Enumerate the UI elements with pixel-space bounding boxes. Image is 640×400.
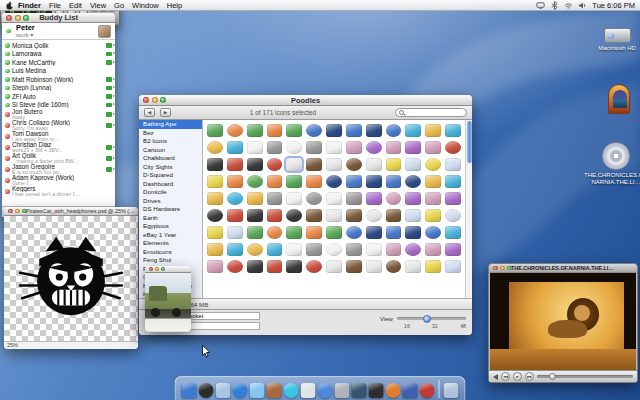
zoom-button[interactable] (160, 97, 166, 103)
icon-thumbnail[interactable] (306, 141, 322, 154)
icon-thumbnail[interactable] (247, 192, 263, 205)
icon-thumbnail[interactable] (425, 243, 441, 256)
dock-toast[interactable] (420, 383, 435, 398)
close-button[interactable] (143, 97, 149, 103)
icon-thumbnail[interactable] (267, 175, 283, 188)
icon-thumbnail[interactable] (247, 141, 263, 154)
icon-thumbnail[interactable] (306, 175, 322, 188)
buddy-row[interactable]: Kane McCarthy (2, 58, 115, 67)
dock-itunes[interactable] (284, 383, 299, 398)
icon-thumbnail[interactable] (366, 260, 382, 273)
buddy-row[interactable]: Matt Robinson (Work) (2, 75, 115, 84)
dock-trash[interactable] (444, 383, 459, 398)
icon-thumbnail[interactable] (386, 243, 402, 256)
menu-finder[interactable]: Finder (14, 1, 45, 10)
camera-icon[interactable] (106, 103, 112, 108)
camera-icon[interactable] (106, 94, 112, 99)
minimize-button[interactable] (500, 266, 505, 271)
icon-thumbnail[interactable] (346, 175, 362, 188)
close-button[interactable] (493, 266, 498, 271)
icon-thumbnail[interactable] (425, 226, 441, 239)
dock-msword[interactable] (403, 383, 418, 398)
play-button[interactable]: ▸ (513, 372, 522, 381)
icon-thumbnail[interactable] (247, 175, 263, 188)
icon-thumbnail[interactable] (386, 226, 402, 239)
collection-egyptous[interactable]: Egyptous (139, 222, 202, 231)
camera-icon[interactable] (106, 60, 112, 65)
icon-thumbnail[interactable] (386, 209, 402, 222)
display-menu-icon[interactable] (536, 1, 545, 10)
dock-system-preferences[interactable] (335, 383, 350, 398)
menu-view[interactable]: View (86, 1, 110, 10)
icon-thumbnail[interactable] (286, 158, 302, 171)
icon-thumbnail[interactable] (425, 209, 441, 222)
menu-window[interactable]: Window (128, 1, 163, 10)
minimize-button[interactable] (152, 97, 158, 103)
camera-icon[interactable] (106, 77, 112, 82)
copyright-field[interactable] (182, 322, 260, 330)
icon-thumbnail[interactable] (366, 209, 382, 222)
collection-dashboard[interactable]: Dashboard (139, 180, 202, 189)
icon-thumbnail[interactable] (207, 260, 223, 273)
icon-thumbnail[interactable] (326, 124, 342, 137)
icon-thumbnail[interactable] (346, 192, 362, 205)
icon-thumbnail[interactable] (326, 141, 342, 154)
icon-thumbnail[interactable] (286, 192, 302, 205)
icon-thumbnail[interactable] (346, 209, 362, 222)
camera-icon[interactable] (106, 156, 112, 161)
icon-thumbnail[interactable] (326, 243, 342, 256)
icon-thumbnail[interactable] (386, 158, 402, 171)
icon-thumbnail[interactable] (207, 226, 223, 239)
icon-thumbnail[interactable] (207, 158, 223, 171)
icon-thumbnail[interactable] (326, 209, 342, 222)
icon-thumbnail[interactable] (386, 141, 402, 154)
icon-thumbnail[interactable] (386, 175, 402, 188)
collection-domicile[interactable]: Domicile (139, 188, 202, 197)
fast-forward-button[interactable]: ▸▸ (525, 372, 534, 381)
icon-thumbnail[interactable] (405, 209, 421, 222)
buddy-list-titlebar[interactable]: Buddy List (2, 13, 115, 23)
icon-thumbnail[interactable] (445, 158, 461, 171)
buddy-row[interactable]: Monica Qolik (2, 41, 115, 50)
icon-thumbnail[interactable] (346, 243, 362, 256)
icon-thumbnail[interactable] (286, 226, 302, 239)
icon-thumbnail[interactable] (306, 243, 322, 256)
icon-thumbnail[interactable] (267, 226, 283, 239)
desktop-icon-jukebox[interactable] (598, 84, 640, 114)
icon-thumbnail[interactable] (306, 226, 322, 239)
icon-thumbnail[interactable] (227, 192, 243, 205)
collection-elements[interactable]: Elements (139, 239, 202, 248)
buddy-row[interactable]: Lamorawa (2, 50, 115, 59)
icon-thumbnail[interactable] (366, 192, 382, 205)
volume-menu-icon[interactable] (578, 1, 587, 10)
menu-edit[interactable]: Edit (65, 1, 86, 10)
minimize-button[interactable] (155, 267, 159, 271)
photoshop-titlebar[interactable]: PiratesCat_with_headphones.psd @ 25% (He… (4, 207, 138, 216)
icon-thumbnail[interactable] (366, 175, 382, 188)
search-field[interactable] (395, 108, 467, 117)
dock-quicktime[interactable] (318, 383, 333, 398)
dock-firefox[interactable] (386, 383, 401, 398)
zoom-button[interactable] (23, 15, 29, 21)
photoshop-canvas[interactable] (4, 216, 138, 341)
icon-thumbnail[interactable] (425, 141, 441, 154)
playhead[interactable] (549, 373, 556, 380)
minimize-button[interactable] (15, 209, 20, 214)
icon-thumbnail[interactable] (227, 175, 243, 188)
icon-thumbnail[interactable] (346, 158, 362, 171)
dock-dashboard[interactable] (199, 383, 214, 398)
icon-thumbnail[interactable] (366, 158, 382, 171)
menu-go[interactable]: Go (110, 1, 128, 10)
dock-finder[interactable] (182, 383, 197, 398)
zoom-button[interactable] (161, 267, 165, 271)
collection-ds-hardware[interactable]: DS Hardware (139, 205, 202, 214)
icon-thumbnail[interactable] (425, 158, 441, 171)
pixadex-titlebar[interactable]: Poodles (139, 95, 472, 106)
collection-bez[interactable]: Bez (139, 129, 202, 138)
quicktime-titlebar[interactable]: THE.CHRONICLES.OF.NARNIA.THE.LI… (489, 264, 637, 273)
icon-thumbnail[interactable] (247, 124, 263, 137)
icon-thumbnail[interactable] (227, 209, 243, 222)
icon-thumbnail[interactable] (445, 175, 461, 188)
icon-thumbnail[interactable] (207, 192, 223, 205)
icon-thumbnail[interactable] (405, 141, 421, 154)
